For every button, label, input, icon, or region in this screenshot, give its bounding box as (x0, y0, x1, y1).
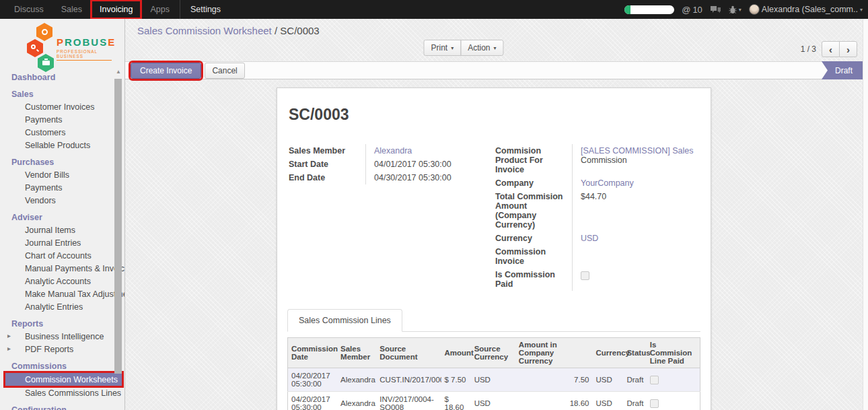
pager-next-button[interactable]: › (839, 41, 857, 57)
topbar-divider (180, 0, 180, 19)
start-date-value: 04/01/2017 05:30:00 (365, 158, 480, 171)
company-label: Company (494, 176, 572, 190)
col-amount-company-currency: Amount in Company Currency (515, 338, 593, 368)
sidebar-section-configuration[interactable]: Configuration (0, 404, 124, 410)
window-scrollbar[interactable] (863, 19, 868, 410)
currency-link[interactable]: USD (581, 234, 598, 243)
cell-doc: CUST.IN/2017/0001 (376, 368, 441, 392)
nav-sales[interactable]: Sales (52, 0, 91, 19)
sidebar-actions-group: Print ▾ Action ▾ (423, 40, 503, 56)
tab-sales-commission-lines[interactable]: Sales Commission Lines (287, 309, 402, 332)
field-group-right: Commision Product For Invoice [SALES COM… (494, 144, 700, 291)
chevron-down-icon: ▾ (860, 7, 863, 13)
table-row[interactable]: 04/20/2017 05:30:00 Alexandra CUST.IN/20… (288, 368, 700, 392)
sidebar-item-journal-items[interactable]: Journal Items (0, 224, 124, 236)
expand-arrow-icon: ▸ (7, 332, 11, 339)
chat-bubble-icon (710, 5, 721, 14)
sidebar-item-commission-worksheets[interactable]: Commission Worksheets (5, 373, 122, 386)
breadcrumb-parent-link[interactable]: Sales Commission Worksheet (137, 25, 272, 36)
nav-invoicing[interactable]: Invoicing (91, 0, 141, 19)
logo-tagline: PROFESSIONAL BUSINESS (57, 49, 112, 61)
cell-currency: USD (592, 368, 623, 392)
cell-amount-company: 18.60 (515, 392, 593, 410)
sidebar-section-adviser[interactable]: Adviser (0, 211, 124, 224)
sidebar-section-purchases[interactable]: Purchases (0, 156, 124, 168)
scroll-up-arrow-icon[interactable]: ▲ (114, 69, 122, 75)
line-paid-checkbox[interactable] (650, 376, 659, 384)
logo-name-part: P (57, 36, 65, 48)
sidebar-item-vendor-bills[interactable]: Vendor Bills (0, 168, 124, 181)
sidebar-scrollbar-thumb[interactable] (114, 79, 122, 374)
sidebar-section-reports[interactable]: Reports (0, 318, 124, 330)
debug-menu-button[interactable]: ▾ (729, 5, 742, 14)
briefcase-icon (42, 61, 50, 65)
expand-arrow-icon: ▸ (7, 345, 11, 352)
sidebar-item-journal-entries[interactable]: Journal Entries (0, 236, 124, 249)
sales-member-label: Sales Member (287, 144, 365, 158)
at-icon: @ (682, 5, 690, 15)
sidebar: PROBUSE PROFESSIONAL BUSINESS Dashboard … (0, 19, 125, 410)
is-commission-paid-checkbox[interactable] (581, 271, 589, 280)
main-menu: Discuss Sales Invoicing Apps Settings (0, 0, 229, 19)
col-line-paid: Is Commision Line Paid (647, 338, 700, 368)
status-badge: Draft (822, 61, 863, 79)
messages-button[interactable] (710, 5, 721, 14)
cell-source-currency: USD (471, 392, 515, 410)
sidebar-item-chart-of-accounts[interactable]: Chart of Accounts (0, 249, 124, 262)
sidebar-item-customers[interactable]: Customers (0, 126, 124, 139)
company-link[interactable]: YourCompany (581, 178, 634, 188)
sidebar-section-commissions[interactable]: Commissions (0, 360, 124, 372)
mention-counter[interactable]: @ 10 (682, 5, 702, 15)
logo-name-part: ROBUS (65, 36, 108, 48)
total-commission-amount-value: $44.70 (572, 190, 700, 232)
print-button[interactable]: Print ▾ (423, 40, 461, 56)
sidebar-item-pdf-reports[interactable]: ▸ PDF Reports (0, 343, 124, 355)
table-row[interactable]: 04/20/2017 05:30:00 Alexandra INV/2017/0… (288, 392, 700, 410)
sidebar-item-analytic-entries[interactable]: Analytic Entries (0, 300, 124, 313)
sidebar-item-label: Business Intelligence (25, 332, 104, 341)
sales-member-link[interactable]: Alexandra (374, 146, 412, 156)
col-status: Status (623, 338, 646, 368)
action-button[interactable]: Action ▾ (460, 40, 503, 56)
field-groups: Sales Member Alexandra Start Date 04/01/… (287, 144, 700, 291)
col-source-currency: Source Currency (471, 338, 515, 368)
cell-member: Alexandra (337, 392, 376, 410)
sidebar-item-analytic-accounts[interactable]: Analytic Accounts (0, 275, 124, 287)
line-paid-checkbox[interactable] (650, 399, 659, 408)
sidebar-section-dashboard[interactable]: Dashboard (0, 71, 124, 83)
cell-amount: $ 7.50 (441, 368, 471, 392)
magnifier-icon (31, 44, 39, 53)
action-button-label: Action (468, 43, 490, 53)
sidebar-item-label: PDF Reports (25, 345, 73, 354)
top-navbar: Discuss Sales Invoicing Apps Settings @ … (0, 0, 868, 19)
sidebar-item-payments-sales[interactable]: Payments (0, 113, 124, 126)
user-name: Alexandra (Sales_comm.. (762, 5, 858, 14)
user-menu[interactable]: Alexandra (Sales_comm.. ▾ (749, 4, 863, 15)
currency-label: Currency (494, 232, 572, 245)
nav-discuss[interactable]: Discuss (5, 0, 52, 19)
sidebar-item-customer-invoices[interactable]: Customer Invoices (0, 100, 124, 113)
sidebar-item-payments-purchases[interactable]: Payments (0, 181, 124, 194)
col-sales-member: Sales Member (337, 338, 376, 368)
sidebar-item-vendors[interactable]: Vendors (0, 194, 124, 207)
pager-previous-button[interactable]: ‹ (822, 41, 840, 57)
breadcrumb-current: SC/0003 (280, 25, 319, 36)
sidebar-item-sales-commissions-lines[interactable]: Sales Commissions Lines (0, 386, 124, 399)
sidebar-item-sellable-products[interactable]: Sellable Products (0, 139, 124, 151)
gear-icon (42, 29, 48, 35)
nav-settings[interactable]: Settings (182, 0, 229, 19)
sidebar-item-manual-payments-invoice[interactable]: Manual Payments & Invoice... (0, 262, 124, 275)
cell-date: 04/20/2017 05:30:00 (288, 368, 338, 392)
cell-status: Draft (623, 368, 646, 392)
sidebar-item-business-intelligence[interactable]: ▸ Business Intelligence (0, 330, 124, 343)
sidebar-section-sales[interactable]: Sales (0, 88, 124, 100)
cell-status: Draft (623, 392, 646, 410)
commission-product-link[interactable]: [SALES COMMISSION] Sales (581, 146, 693, 156)
cancel-button[interactable]: Cancel (205, 63, 244, 79)
sidebar-item-make-manual-tax-adjustment[interactable]: Make Manual Tax Adjustme... (0, 287, 124, 300)
form-sheet: SC/0003 Sales Member Alexandra Start Dat… (277, 88, 711, 410)
create-invoice-button[interactable]: Create Invoice (131, 63, 201, 79)
logo-hexagon-red (27, 39, 43, 57)
end-date-label: End Date (287, 171, 365, 184)
nav-apps[interactable]: Apps (141, 0, 178, 19)
